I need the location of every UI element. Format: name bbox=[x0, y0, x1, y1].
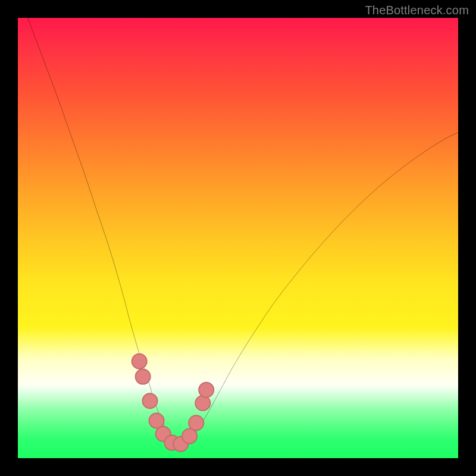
curve-marker bbox=[149, 414, 164, 428]
curve-marker bbox=[132, 354, 147, 369]
plot-area bbox=[18, 18, 458, 458]
curve-marker bbox=[199, 383, 214, 397]
curve-marker bbox=[142, 393, 157, 408]
bottleneck-curve-path bbox=[18, 18, 458, 445]
chart-svg bbox=[18, 18, 458, 458]
curve-marker bbox=[136, 369, 151, 384]
watermark-text: TheBottleneck.com bbox=[365, 4, 469, 17]
curve-marker bbox=[189, 415, 203, 430]
outer-frame: TheBottleneck.com bbox=[0, 0, 476, 476]
curve-marker bbox=[195, 396, 210, 411]
curve-marker bbox=[182, 428, 197, 443]
